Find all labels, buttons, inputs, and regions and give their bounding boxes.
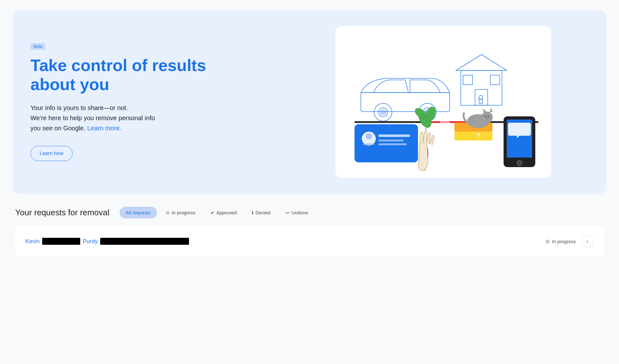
svg-point-33: [481, 112, 493, 123]
svg-text:?: ?: [476, 132, 480, 139]
beta-badge: Beta: [30, 43, 45, 50]
page-container: Beta Take control of results about you Y…: [0, 0, 619, 267]
request-item-right: ⊙ In progress ›: [545, 235, 594, 248]
filter-tab-in-progress[interactable]: ⊙ In progress: [160, 207, 202, 218]
filter-tab-denied-label: Denied: [255, 210, 270, 215]
filter-tab-undone[interactable]: ↩ Undone: [279, 207, 315, 218]
filter-tab-approved-label: Approved: [216, 210, 237, 215]
filter-tab-all[interactable]: All requests: [120, 207, 157, 218]
request-item-chevron-button[interactable]: ›: [581, 235, 594, 248]
svg-point-37: [488, 116, 489, 117]
undone-icon: ↩: [286, 210, 290, 215]
request-item-left: Kevin Purdy: [25, 238, 545, 245]
hero-illustration: ?: [336, 26, 551, 178]
filter-tab-in-progress-label: In progress: [172, 210, 195, 215]
table-row: Kevin Purdy ⊙ In progress ›: [15, 226, 604, 257]
filter-tab-denied[interactable]: ℹ Denied: [245, 207, 277, 218]
svg-rect-22: [378, 134, 410, 137]
request-redacted-2: [100, 238, 189, 245]
svg-rect-23: [378, 140, 404, 141]
denied-icon: ℹ: [252, 210, 253, 215]
learn-more-link[interactable]: Learn more.: [87, 125, 121, 132]
hero-description: Your info is yours to share—or not.We're…: [30, 103, 208, 133]
request-name-first: Kevin: [25, 238, 40, 245]
request-redacted-1: [42, 238, 80, 245]
request-list: Kevin Purdy ⊙ In progress ›: [15, 226, 604, 257]
status-badge: ⊙ In progress: [545, 238, 576, 244]
in-progress-icon: ⊙: [166, 210, 170, 215]
hero-title: Take control of results about you: [30, 56, 208, 94]
status-label: In progress: [552, 239, 576, 244]
illustration-svg: ?: [342, 29, 545, 175]
approved-icon: ✔: [211, 210, 214, 215]
hero-left: Beta Take control of results about you Y…: [30, 43, 208, 161]
hero-right: ?: [298, 26, 589, 178]
svg-rect-30: [454, 132, 492, 140]
filter-tab-approved[interactable]: ✔ Approved: [204, 207, 243, 218]
svg-point-21: [366, 133, 372, 140]
requests-section: Your requests for removal All requests ⊙…: [13, 207, 606, 257]
filter-tab-undone-label: Undone: [291, 210, 308, 215]
svg-point-36: [485, 116, 486, 117]
filter-tab-all-label: All requests: [126, 210, 151, 215]
requests-section-title: Your requests for removal: [15, 208, 109, 218]
svg-rect-16: [440, 121, 450, 123]
request-name-last: Purdy: [83, 238, 98, 245]
status-in-progress-icon: ⊙: [545, 238, 550, 244]
filter-tabs: All requests ⊙ In progress ✔ Approved ℹ …: [120, 207, 315, 218]
requests-header: Your requests for removal All requests ⊙…: [15, 207, 604, 218]
svg-rect-24: [378, 143, 407, 145]
learn-how-button[interactable]: Learn how: [30, 146, 73, 161]
svg-point-6: [380, 109, 386, 115]
hero-card: Beta Take control of results about you Y…: [13, 10, 606, 194]
